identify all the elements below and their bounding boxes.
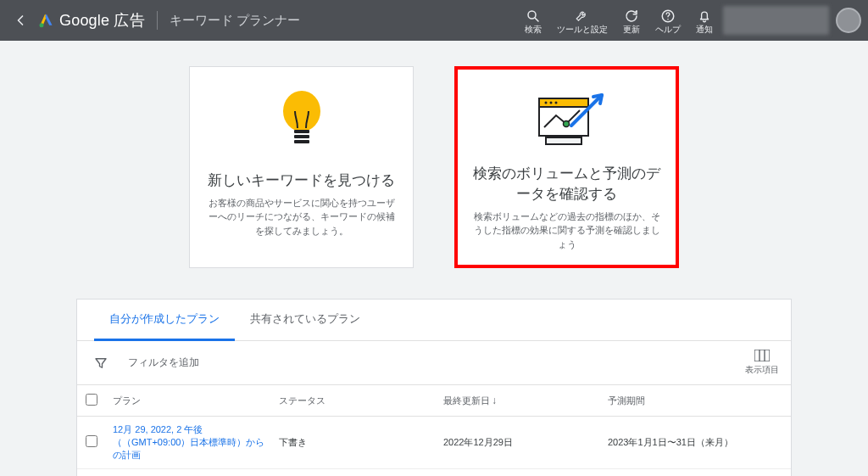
svg-point-3 [667,19,669,20]
brand-label: Google 広告 [59,10,145,31]
app-header: Google 広告 キーワード プランナー 検索 ツールと設定 更新 [0,0,868,41]
card-desc: お客様の商品やサービスに関心を持つユーザーへのリーチにつながる、キーワードの候補… [205,196,398,238]
svg-rect-14 [546,137,581,144]
plan-period: 2023年1月1日〜31日（来月） [601,468,791,476]
nav-refresh[interactable]: 更新 [623,8,640,34]
nav-search[interactable]: 検索 [525,8,542,34]
plan-updated: 2022年12月29日 [437,417,601,469]
col-status[interactable]: ステータス [272,385,437,417]
svg-point-11 [549,102,552,104]
row-checkbox[interactable] [86,435,97,447]
plan-tabs: 自分が作成したプラン 共有されているプラン [77,300,791,341]
plans-table: プラン ステータス 最終更新日↓ 予測期間 12月 29, 2022, 2 午後… [77,385,791,476]
table-header-row: プラン ステータス 最終更新日↓ 予測期間 [77,385,791,417]
plan-status: 下書き [272,417,437,469]
divider [157,11,158,30]
header-nav: 検索 ツールと設定 更新 ヘルプ 通知 [525,8,713,34]
svg-rect-6 [294,135,309,138]
select-all-checkbox[interactable] [86,394,97,406]
plan-status: 下書き [272,468,437,476]
filter-icon[interactable] [89,356,113,371]
back-button[interactable] [7,12,34,29]
svg-point-0 [40,23,44,27]
col-period[interactable]: 予測期間 [601,385,791,417]
product-logo[interactable]: Google 広告 [37,10,145,31]
svg-rect-15 [754,350,770,361]
svg-point-4 [283,91,320,132]
nav-tools[interactable]: ツールと設定 [557,8,608,34]
table-row: 12月 29, 2022, 2 午後（（GMT+09:00）日本標準時）からの計… [77,417,791,469]
svg-point-1 [528,11,536,19]
tab-my-plans[interactable]: 自分が作成したプラン [94,300,235,341]
columns-icon [754,350,770,364]
plan-period: 2023年1月1日〜31日（来月） [601,417,791,469]
svg-point-10 [544,102,547,104]
wrench-icon [575,8,590,25]
svg-point-13 [563,121,569,127]
columns-button[interactable]: 表示項目 [745,350,779,376]
lightbulb-icon [205,81,398,167]
card-title: 検索のボリュームと予測のデータを確認する [473,164,660,204]
card-desc: 検索ボリュームなどの過去の指標のほか、そうした指標の効果に関する予測を確認しまし… [473,210,660,252]
table-row: 12月 29, 2022, 1 午後（（GMT+09:00）日本標準時）からの計… [77,468,791,476]
card-discover-keywords[interactable]: 新しいキーワードを見つける お客様の商品やサービスに関心を持つユーザーへのリーチ… [189,66,414,268]
nav-help[interactable]: ヘルプ [655,8,681,34]
col-updated[interactable]: 最終更新日↓ [437,385,601,417]
help-icon [660,8,676,25]
add-filter-input[interactable]: フィルタを追加 [128,356,199,370]
svg-rect-7 [294,140,309,143]
chart-trend-icon [473,83,660,160]
avatar[interactable] [836,8,861,33]
tab-shared-plans[interactable]: 共有されているプラン [235,300,376,340]
svg-point-12 [554,102,557,104]
bell-icon [697,8,712,25]
sort-desc-icon: ↓ [492,395,497,406]
arrow-left-icon [12,12,29,29]
tool-cards: 新しいキーワードを見つける お客様の商品やサービスに関心を持つユーザーへのリーチ… [0,66,868,268]
google-ads-icon [37,12,54,29]
plan-updated: 2022年12月29日 [437,468,601,476]
plan-link[interactable]: 12月 29, 2022, 2 午後（（GMT+09:00）日本標準時）からの計… [106,417,272,469]
col-plan[interactable]: プラン [106,385,272,417]
nav-notifications[interactable]: 通知 [696,8,713,34]
card-title: 新しいキーワードを見つける [208,171,395,191]
refresh-icon [624,8,639,25]
plan-link[interactable]: 12月 29, 2022, 1 午後（（GMT+09:00）日本標準時）からの計… [106,468,272,476]
search-icon [526,8,541,25]
plan-toolbar: フィルタを追加 表示項目 [77,341,791,385]
account-switcher[interactable] [723,6,829,35]
page-title: キーワード プランナー [170,13,300,29]
svg-rect-5 [294,130,309,133]
card-forecast-volume[interactable]: 検索のボリュームと予測のデータを確認する 検索ボリュームなどの過去の指標のほか、… [454,66,679,268]
plans-section: 自分が作成したプラン 共有されているプラン フィルタを追加 表示項目 プラン ス… [76,299,792,476]
